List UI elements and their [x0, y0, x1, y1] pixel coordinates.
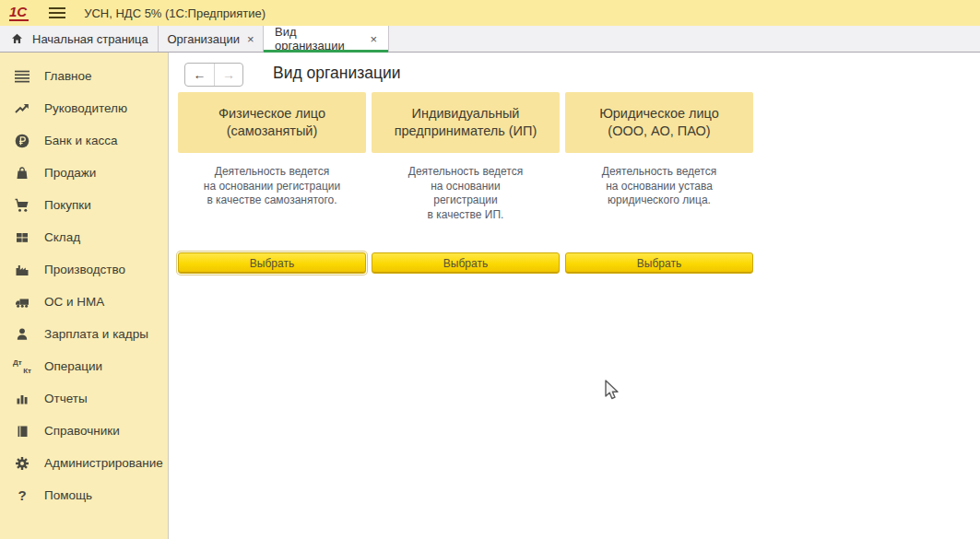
trend-icon — [12, 100, 32, 117]
option-description-entrepreneur: Деятельность ведется на основании регист… — [372, 165, 560, 222]
tab-organization-kind-close-icon[interactable]: × — [370, 32, 377, 46]
sidebar-item-label: Зарплата и кадры — [44, 327, 148, 341]
cart-icon — [12, 197, 32, 214]
sidebar-item-label: ОС и НМА — [44, 295, 104, 309]
nav-button-group: ← → — [184, 63, 243, 87]
help-icon: ? — [12, 487, 32, 504]
choose-button-selfemployed[interactable]: Выбрать — [178, 252, 366, 274]
sidebar-item-operations[interactable]: Дт Кт Операции — [0, 350, 168, 382]
organization-kind-options: Физическое лицо (самозанятый) Деятельнос… — [178, 92, 753, 274]
barchart-icon — [12, 391, 32, 407]
option-card-legal-entity: Юридическое лицо (ООО, АО, ПАО) — [565, 92, 753, 153]
ruble-icon — [12, 133, 32, 149]
sidebar-item-label: Помощь — [44, 488, 92, 502]
main-content: ← → Вид организации Физическое лицо (сам… — [170, 53, 980, 539]
option-card-selfemployed: Физическое лицо (самозанятый) — [178, 92, 366, 153]
sidebar-item-label: Администрирование — [44, 456, 163, 470]
sidebar-item-label: Склад — [44, 230, 80, 244]
option-column-individual-selfemployed: Физическое лицо (самозанятый) Деятельнос… — [178, 92, 366, 274]
factory-icon — [12, 262, 32, 278]
sidebar-item-bank[interactable]: Банк и касса — [0, 124, 168, 157]
option-description-legal-entity: Деятельность ведется на основании устава… — [565, 165, 753, 208]
warehouse-icon — [12, 229, 32, 246]
sidebar-item-administration[interactable]: Администрирование — [0, 447, 168, 479]
sidebar-item-label: Отчеты — [44, 392, 88, 405]
sidebar-item-main[interactable]: Главное — [0, 60, 168, 92]
sidebar-item-label: Покупки — [44, 198, 91, 212]
sidebar-item-fixed-assets[interactable]: ОС и НМА — [0, 286, 168, 318]
page-title: Вид организации — [273, 64, 401, 83]
back-button[interactable]: ← — [185, 64, 214, 86]
sidebar-item-production[interactable]: Производство — [0, 253, 168, 286]
option-description-selfemployed: Деятельность ведется на основании регист… — [178, 165, 366, 208]
sidebar-item-label: Продажи — [44, 166, 96, 180]
tab-organizations-close-icon[interactable]: × — [247, 32, 254, 46]
sidebar-item-sales[interactable]: Продажи — [0, 157, 168, 189]
sidebar-item-directories[interactable]: Справочники — [0, 415, 168, 447]
tab-home-label: Начальная страница — [32, 32, 148, 46]
menu-lines-icon — [12, 68, 32, 85]
choose-button-entrepreneur[interactable]: Выбрать — [372, 252, 560, 274]
book-icon — [12, 423, 32, 439]
sidebar-item-label: Операции — [44, 359, 102, 373]
window-titlebar: 1С УСН, НДС 5% (1С:Предприятие) — [0, 0, 980, 26]
home-icon — [10, 32, 24, 45]
sidebar-item-label: Главное — [44, 69, 92, 83]
sidebar: Главное Руководителю Банк и касса Продаж… — [0, 53, 169, 539]
sidebar-item-label: Руководителю — [44, 101, 127, 115]
window-title: УСН, НДС 5% (1С:Предприятие) — [84, 6, 266, 20]
dtkt-bottom: Кт — [23, 367, 31, 375]
person-icon — [12, 326, 32, 343]
tab-bar: Начальная страница Организации × Вид орг… — [0, 26, 980, 53]
sidebar-item-label: Производство — [44, 263, 125, 276]
sidebar-item-purchases[interactable]: Покупки — [0, 189, 168, 221]
1c-logo: 1С — [9, 5, 29, 21]
option-card-entrepreneur: Индивидуальный предприниматель (ИП) — [372, 92, 560, 153]
help-glyph: ? — [18, 487, 26, 503]
tab-organization-kind[interactable]: Вид организации × — [264, 26, 389, 52]
tab-home[interactable]: Начальная страница — [0, 26, 159, 52]
gear-icon — [12, 455, 32, 472]
bag-icon — [12, 165, 32, 182]
forward-button[interactable]: → — [214, 64, 242, 86]
choose-button-legal-entity[interactable]: Выбрать — [565, 252, 753, 274]
sidebar-item-help[interactable]: ? Помощь — [0, 479, 168, 511]
sidebar-item-label: Справочники — [44, 424, 120, 438]
sidebar-item-manager[interactable]: Руководителю — [0, 92, 168, 124]
truck-icon — [12, 294, 32, 311]
sidebar-item-label: Банк и касса — [44, 134, 118, 147]
sidebar-item-payroll[interactable]: Зарплата и кадры — [0, 318, 168, 350]
sidebar-item-warehouse[interactable]: Склад — [0, 221, 168, 253]
option-column-legal-entity: Юридическое лицо (ООО, АО, ПАО) Деятельн… — [565, 92, 753, 274]
tab-organizations-label: Организации — [167, 32, 240, 46]
tab-organization-kind-label: Вид организации — [275, 25, 362, 53]
tab-organizations[interactable]: Организации × — [159, 26, 264, 52]
option-column-entrepreneur: Индивидуальный предприниматель (ИП) Деят… — [372, 92, 560, 274]
main-menu-icon[interactable] — [49, 7, 65, 18]
sidebar-item-reports[interactable]: Отчеты — [0, 382, 168, 415]
dtkt-top: Дт — [13, 358, 22, 367]
dtkt-icon: Дт Кт — [12, 358, 32, 375]
